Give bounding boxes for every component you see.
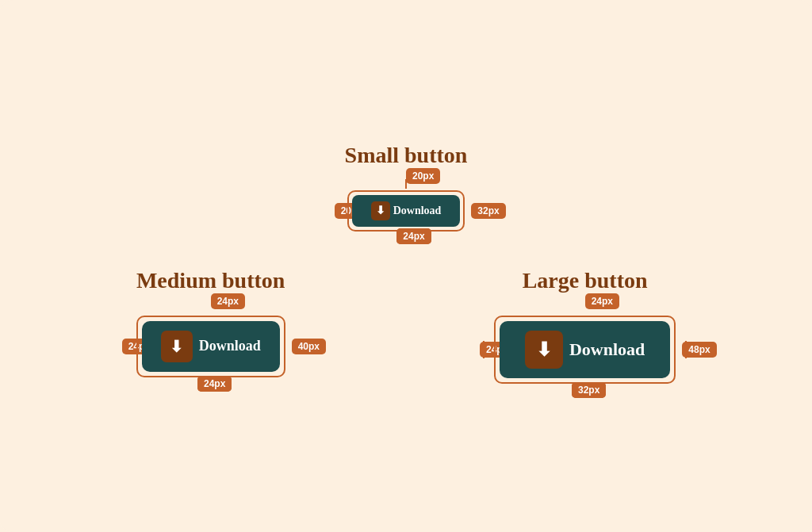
medium-top-pad-badge: 24px [211, 293, 245, 309]
large-top-pad-badge: 24px [585, 293, 619, 309]
medium-title: Medium button [136, 268, 285, 293]
large-bottom-right-badge: 32px [572, 382, 606, 398]
small-right-pad-badge: 32px [471, 203, 505, 219]
medium-btn-outline: ⬇ Download [136, 316, 285, 377]
small-bottom-right-badge: 24px [396, 228, 431, 244]
main-canvas: Small button 20px 20px [0, 0, 812, 532]
small-top-pad-badge: 20px [406, 168, 440, 184]
small-btn-outline: ⬇ Download [347, 190, 465, 232]
medium-download-icon: ⬇ [161, 331, 193, 362]
large-right-pad-badge: 48px [682, 342, 716, 358]
small-button-section: Small button 20px 20px [32, 143, 780, 236]
large-btn-outline: ⬇ Download [494, 316, 676, 384]
large-button-section: Large button 24px 24px [480, 268, 690, 390]
large-download-icon: ⬇ [525, 331, 563, 369]
medium-button-section: Medium button 24px 24px [122, 268, 300, 384]
large-download-button[interactable]: ⬇ Download [500, 321, 670, 378]
medium-bottom-right-badge: 24px [197, 376, 232, 392]
medium-right-pad-badge: 40px [292, 339, 326, 354]
large-download-label: Download [569, 339, 645, 360]
small-download-icon: ⬇ [371, 201, 390, 220]
medium-download-label: Download [199, 338, 261, 354]
small-download-label: Download [393, 205, 442, 217]
small-title: Small button [345, 143, 468, 168]
bottom-section: Medium button 24px 24px [32, 268, 780, 390]
medium-download-button[interactable]: ⬇ Download [142, 321, 280, 372]
small-download-button[interactable]: ⬇ Download [352, 195, 461, 227]
large-title: Large button [523, 268, 648, 293]
